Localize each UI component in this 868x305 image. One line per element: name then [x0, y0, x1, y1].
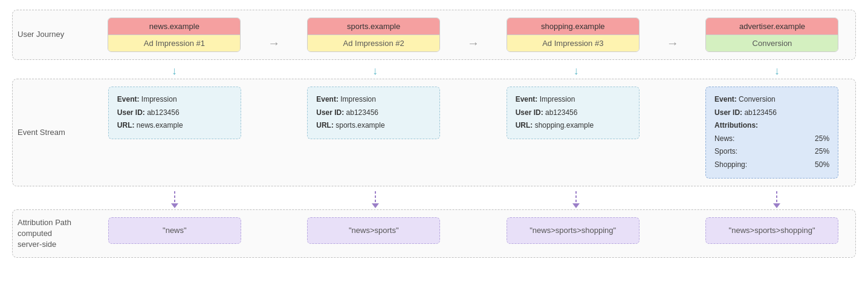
down-arrow-4: ↓	[710, 65, 843, 77]
attr-row-shopping: Shopping: 50%	[714, 159, 829, 172]
user-journey-content: news.example Ad Impression #1 → sports.e…	[96, 18, 850, 52]
event-label-3: Ad Impression #3	[507, 35, 639, 51]
journey-item-1: news.example Ad Impression #1	[108, 18, 241, 52]
path-box-2: "news>sports"	[307, 217, 440, 244]
attr-news-label: News:	[714, 133, 734, 146]
attribution-item-4: "news>sports>shopping"	[705, 217, 838, 244]
event-stream-item-1: Event: Impression User ID: ab123456 URL:…	[108, 87, 241, 139]
journey-box-3: shopping.example Ad Impression #3	[507, 18, 640, 52]
event-box-3: Event: Impression User ID: ab123456 URL:…	[507, 87, 640, 139]
journey-box-1: news.example Ad Impression #1	[108, 18, 241, 52]
dashed-arrow-3	[510, 191, 643, 208]
event-stream-content: Event: Impression User ID: ab123456 URL:…	[96, 87, 850, 179]
attribution-path-label: Attribution Path computed server-side	[18, 217, 96, 251]
dashed-arrow-2	[309, 191, 442, 208]
event-line-4-1: Event: Conversion	[714, 93, 829, 107]
path-box-1: "news"	[108, 217, 241, 244]
attr-row-sports: Sports: 25%	[714, 145, 829, 159]
svg-marker-7	[773, 203, 780, 208]
diagram-container: User Journey news.example Ad Impression …	[0, 0, 868, 272]
path-box-3: "news>sports>shopping"	[507, 217, 640, 244]
journey-item-3: shopping.example Ad Impression #3	[507, 18, 640, 52]
svg-marker-3	[372, 203, 379, 208]
attr-row-news: News: 25%	[714, 133, 829, 146]
attribution-table: News: 25% Sports: 25% Shopping: 50%	[714, 133, 829, 172]
event-line-4-3: Attributions:	[714, 119, 829, 133]
attr-shopping-value: 50%	[815, 159, 829, 172]
event-line-3-2: User ID: ab123456	[516, 107, 630, 120]
attribution-item-2: "news>sports"	[307, 217, 440, 244]
attribution-item-3: "news>sports>shopping"	[507, 217, 640, 244]
event-line-3-1: Event: Impression	[516, 93, 630, 107]
arrow-1: →	[264, 36, 283, 50]
user-journey-label: User Journey	[18, 18, 96, 52]
down-arrow-2: ↓	[309, 65, 442, 77]
path-box-4: "news>sports>shopping"	[705, 217, 838, 244]
event-line-1-3: URL: news.example	[117, 119, 232, 133]
journey-item-4: advertiser.example Conversion	[705, 18, 838, 52]
event-box-1: Event: Impression User ID: ab123456 URL:…	[108, 87, 241, 139]
event-stream-label: Event Stream	[18, 87, 96, 179]
event-stream-row: Event Stream Event: Impression User ID: …	[12, 79, 856, 186]
domain-4: advertiser.example	[706, 18, 838, 35]
journey-box-4: advertiser.example Conversion	[705, 18, 838, 52]
journey-box-2: sports.example Ad Impression #2	[307, 18, 440, 52]
event-line-4-2: User ID: ab123456	[714, 107, 829, 120]
attr-sports-value: 25%	[815, 145, 829, 159]
arrow-3: →	[663, 36, 682, 50]
event-box-2: Event: Impression User ID: ab123456 URL:…	[307, 87, 440, 139]
domain-1: news.example	[108, 18, 240, 35]
down-arrow-3: ↓	[510, 65, 643, 77]
event-label-4: Conversion	[706, 35, 838, 51]
event-line-2-3: URL: sports.example	[316, 119, 431, 133]
journey-item-2: sports.example Ad Impression #2	[307, 18, 440, 52]
dashed-arrow-4	[710, 191, 843, 208]
attribution-path-content: "news" "news>sports" "news>sports>shoppi…	[96, 217, 850, 251]
event-stream-item-2: Event: Impression User ID: ab123456 URL:…	[307, 87, 440, 139]
attribution-path-row: Attribution Path computed server-side "n…	[12, 209, 856, 258]
arrow-2: →	[464, 36, 483, 50]
down-arrows-1: ↓ ↓ ↓ ↓	[12, 65, 856, 77]
domain-2: sports.example	[308, 18, 439, 35]
event-box-4: Event: Conversion User ID: ab123456 Attr…	[705, 87, 838, 179]
svg-marker-1	[171, 203, 178, 208]
domain-3: shopping.example	[507, 18, 639, 35]
event-line-2-2: User ID: ab123456	[316, 107, 431, 120]
dashed-arrow-1	[108, 191, 241, 208]
event-stream-item-4: Event: Conversion User ID: ab123456 Attr…	[705, 87, 838, 179]
event-line-1-2: User ID: ab123456	[117, 107, 232, 120]
event-label-1: Ad Impression #1	[108, 35, 240, 51]
event-line-1-1: Event: Impression	[117, 93, 232, 107]
down-arrow-1: ↓	[108, 65, 241, 77]
event-label-2: Ad Impression #2	[308, 35, 439, 51]
event-stream-item-3: Event: Impression User ID: ab123456 URL:…	[507, 87, 640, 139]
event-line-2-1: Event: Impression	[316, 93, 431, 107]
user-journey-row: User Journey news.example Ad Impression …	[12, 10, 856, 60]
event-line-3-3: URL: shopping.example	[516, 119, 630, 133]
attr-shopping-label: Shopping:	[714, 159, 747, 172]
attr-sports-label: Sports:	[714, 145, 737, 159]
svg-marker-5	[572, 203, 580, 208]
dashed-arrows-row	[12, 191, 856, 208]
attr-news-value: 25%	[815, 133, 829, 146]
attribution-item-1: "news"	[108, 217, 241, 244]
